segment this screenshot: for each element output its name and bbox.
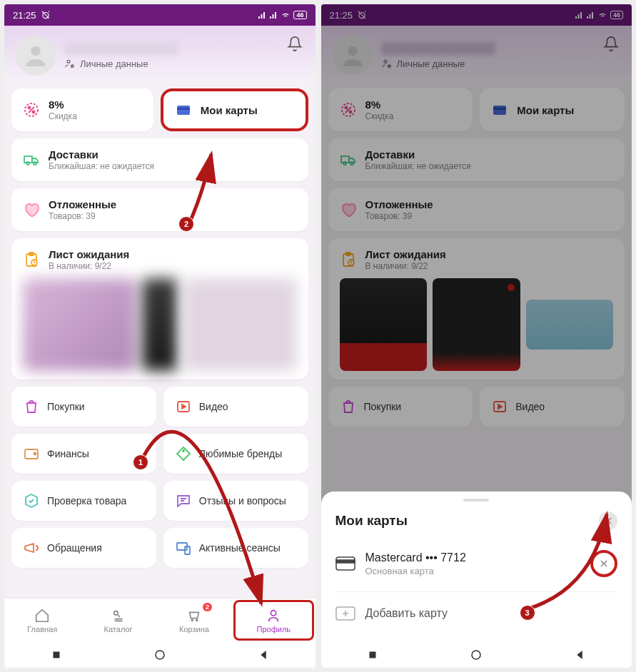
svg-point-20 xyxy=(113,611,118,615)
svg-point-10 xyxy=(34,162,36,165)
sheet-handle[interactable] xyxy=(463,499,489,502)
favorites-tile[interactable]: Отложенные Товаров: 39 xyxy=(11,188,308,231)
nav-catalog[interactable]: Каталог xyxy=(80,599,156,642)
notifications-button[interactable] xyxy=(287,36,303,54)
annotation-badge-1: 1 xyxy=(133,454,148,470)
avatar[interactable] xyxy=(16,36,56,76)
check-label: Проверка товара xyxy=(47,495,126,506)
play-icon xyxy=(175,398,192,415)
svg-point-4 xyxy=(29,107,31,109)
recent-apps-icon[interactable] xyxy=(50,648,63,661)
brands-tile[interactable]: Любимые бренды xyxy=(163,434,308,474)
status-bar: 21:25 46 xyxy=(4,4,316,26)
my-cards-tile[interactable]: Мои карты xyxy=(161,88,308,131)
user-gear-icon xyxy=(64,58,76,69)
svg-point-23 xyxy=(156,651,164,659)
svg-rect-39 xyxy=(336,557,355,570)
saved-card-row[interactable]: Mastercard ••• 7712 Основная карта xyxy=(321,541,632,586)
close-icon xyxy=(603,516,613,526)
product-thumb[interactable] xyxy=(23,278,136,371)
home-button-icon[interactable] xyxy=(470,648,483,661)
svg-rect-22 xyxy=(53,652,59,658)
product-thumb[interactable] xyxy=(142,278,178,371)
chat-icon xyxy=(175,492,192,509)
sessions-label: Активные сеансы xyxy=(199,542,281,554)
add-card-label: Добавить карту xyxy=(365,607,618,620)
recent-apps-icon[interactable] xyxy=(366,648,379,661)
home-button-icon[interactable] xyxy=(153,648,166,661)
card-plus-icon xyxy=(335,606,355,621)
appeals-label: Обращения xyxy=(47,542,102,554)
profile-icon xyxy=(266,608,281,623)
purchases-tile[interactable]: Покупки xyxy=(11,387,156,427)
card-name: Mastercard ••• 7712 xyxy=(365,551,581,564)
favorites-sub: Товаров: 39 xyxy=(49,211,297,221)
divider xyxy=(335,591,618,592)
my-cards-sheet: Мои карты Mastercard ••• 7712 Основная к… xyxy=(321,492,632,642)
discount-tile[interactable]: 8% Скидка xyxy=(11,88,153,131)
waitlist-tile[interactable]: Лист ожидания В наличии: 9/22 xyxy=(11,238,308,380)
appeals-tile[interactable]: Обращения xyxy=(11,528,156,568)
bag-icon xyxy=(23,398,40,415)
truck-icon xyxy=(23,151,40,168)
video-tile[interactable]: Видео xyxy=(163,387,308,427)
clipboard-icon xyxy=(23,251,40,268)
video-label: Видео xyxy=(199,401,228,412)
svg-rect-6 xyxy=(177,106,190,115)
home-icon xyxy=(34,608,50,623)
waitlist-title: Лист ожидания xyxy=(49,248,297,260)
wallet-icon xyxy=(23,445,40,462)
cart-badge: 2 xyxy=(203,603,212,611)
signal-icon xyxy=(258,11,266,19)
delivery-sub: Ближайшая: не ожидается xyxy=(49,161,297,171)
alarm-off-icon xyxy=(41,10,51,20)
back-icon[interactable] xyxy=(573,648,586,661)
heart-icon xyxy=(23,201,40,218)
check-tile[interactable]: Проверка товара xyxy=(11,481,156,521)
discount-title: 8% xyxy=(49,98,142,111)
phone-screen-2: 21:25 46 Личные данные xyxy=(321,4,632,668)
add-card-row[interactable]: Добавить карту xyxy=(321,598,632,629)
reviews-label: Отзывы и вопросы xyxy=(199,495,286,506)
battery-badge: 46 xyxy=(293,11,306,19)
nav-cart[interactable]: 2 Корзина xyxy=(156,599,232,642)
purchases-label: Покупки xyxy=(47,401,85,412)
svg-point-43 xyxy=(472,651,480,659)
nav-home[interactable]: Главная xyxy=(4,599,80,642)
svg-point-1 xyxy=(31,46,40,56)
close-icon xyxy=(599,559,609,569)
svg-point-2 xyxy=(67,60,70,63)
back-icon[interactable] xyxy=(257,648,270,661)
annotation-badge-2: 2 xyxy=(178,216,194,232)
brands-label: Любимые бренды xyxy=(199,448,282,459)
svg-rect-7 xyxy=(177,108,190,110)
sheet-close-button[interactable] xyxy=(599,511,617,530)
wifi-icon xyxy=(281,10,291,20)
svg-point-9 xyxy=(26,162,29,165)
svg-rect-40 xyxy=(336,560,355,563)
delivery-title: Доставки xyxy=(49,148,297,161)
product-thumb[interactable] xyxy=(183,278,297,371)
svg-point-21 xyxy=(271,610,276,615)
reviews-tile[interactable]: Отзывы и вопросы xyxy=(163,481,308,521)
annotation-badge-3: 3 xyxy=(520,605,535,621)
nav-profile[interactable]: Профиль xyxy=(233,600,313,641)
user-icon xyxy=(21,41,50,70)
card-icon xyxy=(175,101,192,118)
card-sub: Основная карта xyxy=(365,566,581,576)
remove-card-button[interactable] xyxy=(590,550,617,577)
sessions-tile[interactable]: Активные сеансы xyxy=(163,528,308,568)
cart-icon xyxy=(186,608,202,623)
svg-rect-42 xyxy=(370,652,376,658)
svg-point-16 xyxy=(34,453,36,455)
personal-data-link[interactable]: Личные данные xyxy=(64,58,304,69)
bell-icon xyxy=(287,36,303,51)
megaphone-icon xyxy=(23,539,40,556)
system-nav xyxy=(4,642,316,668)
discount-sub: Скидка xyxy=(49,111,142,121)
svg-point-17 xyxy=(183,450,184,452)
finance-label: Финансы xyxy=(47,448,89,459)
tag-icon xyxy=(175,445,192,462)
profile-content: 8% Скидка Мои карты Доставки Ближайшая: … xyxy=(4,81,316,598)
delivery-tile[interactable]: Доставки Ближайшая: не ожидается xyxy=(11,138,308,181)
